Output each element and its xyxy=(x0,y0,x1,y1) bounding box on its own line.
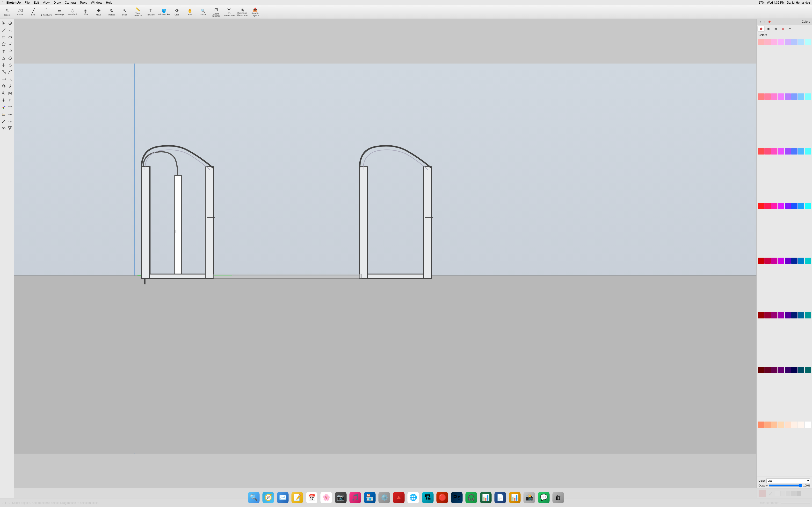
tool-rect-label: Rectangle xyxy=(55,13,64,16)
rectangle-icon xyxy=(58,8,61,13)
menu-edit[interactable]: Edit xyxy=(34,1,39,4)
tool-zoom[interactable]: Zoom xyxy=(197,6,209,18)
sidebar-paint[interactable] xyxy=(7,20,13,26)
tool-offset[interactable]: Offset xyxy=(79,6,92,18)
svg-rect-42 xyxy=(9,128,11,130)
menu-items: File Edit View Draw Camera Tools Window … xyxy=(24,1,112,4)
tool-pushpull[interactable]: Push/Pull xyxy=(66,6,79,18)
sidebar-zoom2[interactable] xyxy=(0,90,7,97)
sidebar-rotate[interactable] xyxy=(7,62,13,68)
tool-pan[interactable]: Pan xyxy=(184,6,196,18)
sidebar-intersect[interactable] xyxy=(0,97,7,104)
sidebar-move[interactable] xyxy=(0,62,7,68)
tool-select[interactable]: Select xyxy=(1,6,13,18)
sidebar-eyedrop[interactable] xyxy=(0,118,7,125)
eyedrop-icon xyxy=(1,119,6,123)
sidebar-pair-8 xyxy=(0,69,13,75)
tool-zoomext-label: Zoom Extents xyxy=(210,13,222,17)
intersect-icon xyxy=(1,98,6,102)
sidebar-rect[interactable] xyxy=(0,34,7,41)
sidebar-text[interactable]: T xyxy=(7,97,13,104)
canvas-area[interactable] xyxy=(14,19,406,253)
menu-window[interactable]: Window xyxy=(91,1,102,4)
tool-zoom-label: Zoom xyxy=(200,13,206,16)
tool-paint[interactable]: Paint Bucket xyxy=(158,6,170,18)
app-name[interactable]: SketchUp xyxy=(6,1,21,4)
paint-tool-icon xyxy=(8,21,12,25)
sidebar-polygon[interactable] xyxy=(0,41,7,48)
tool-arc[interactable]: 2 Point Arc xyxy=(40,6,53,18)
sidebar-walkin[interactable] xyxy=(7,83,13,90)
svg-rect-40 xyxy=(8,126,10,128)
select-icon xyxy=(5,8,9,13)
svg-line-2 xyxy=(2,29,5,32)
freehand-tool-icon xyxy=(8,42,12,46)
sidebar-arc3[interactable] xyxy=(0,48,7,55)
svg-point-18 xyxy=(3,84,5,88)
tool-scale[interactable]: Scale xyxy=(118,6,131,18)
tool-layout[interactable]: Send to LayOut xyxy=(249,6,261,18)
sidebar-freehand[interactable] xyxy=(7,41,13,48)
sidebar-axes[interactable] xyxy=(0,104,7,111)
view-icon xyxy=(1,126,6,130)
tool-3dw-label: 3D Warehouse xyxy=(223,12,236,17)
sidebar-pair-5 xyxy=(0,48,13,55)
text-sidebar-icon: T xyxy=(8,98,12,102)
tool-move[interactable]: Move xyxy=(92,6,105,18)
sidebar-sandbox[interactable] xyxy=(7,111,13,118)
sidebar-fieldofview[interactable] xyxy=(7,90,13,97)
sidebar-group[interactable] xyxy=(7,125,13,131)
sidebar-followme[interactable] xyxy=(7,69,13,75)
tool-line[interactable]: Line xyxy=(27,6,40,18)
paint-icon xyxy=(161,8,166,13)
tool-zoomext[interactable]: Zoom Extents xyxy=(210,6,222,18)
sidebar-select[interactable] xyxy=(0,20,7,26)
tool-tape[interactable]: Tape Measure xyxy=(132,6,144,18)
tool-3dw[interactable]: 3D Warehouse xyxy=(223,6,236,18)
tool-rotate[interactable]: Rotate xyxy=(105,6,118,18)
sidebar-pair-1 xyxy=(0,20,13,26)
shape2-icon xyxy=(8,56,12,60)
sidebar-scale[interactable] xyxy=(0,69,7,75)
piecut-tool-icon xyxy=(8,49,12,53)
sidebar-shape2[interactable] xyxy=(7,55,13,62)
menu-tools[interactable]: Tools xyxy=(80,1,87,4)
fov-icon xyxy=(8,91,12,95)
menu-draw[interactable]: Draw xyxy=(53,1,61,4)
sidebar-arc2[interactable] xyxy=(7,27,13,34)
tool-pushpull-label: Push/Pull xyxy=(68,13,77,16)
sidebar-line[interactable] xyxy=(0,27,7,34)
polygon-tool-icon xyxy=(1,42,6,46)
sidebar-view[interactable] xyxy=(0,125,7,131)
sidebar-piecut[interactable] xyxy=(7,48,13,55)
shape1-icon xyxy=(1,56,6,60)
sidebar-sections[interactable] xyxy=(0,111,7,118)
tool-eraser[interactable]: Eraser xyxy=(14,6,27,18)
select-tool-icon xyxy=(1,21,6,25)
menu-help[interactable]: Help xyxy=(106,1,112,4)
line-tool-icon xyxy=(1,28,6,32)
tool-extw-label: Extension Warehouse xyxy=(236,12,248,16)
tool-orbit[interactable]: Orbit xyxy=(170,6,183,18)
sidebar-protractor[interactable] xyxy=(7,76,13,82)
menu-view[interactable]: View xyxy=(43,1,50,4)
sidebar-pair-4 xyxy=(0,41,13,48)
tool-text[interactable]: Text Tool xyxy=(145,6,157,18)
sidebar-pair-15 xyxy=(0,118,13,125)
sidebar-tape[interactable] xyxy=(0,76,7,82)
sidebar-dimension[interactable] xyxy=(7,104,13,111)
menu-file[interactable]: File xyxy=(24,1,30,4)
tool-extw[interactable]: Extension Warehouse xyxy=(236,6,248,18)
scale-icon xyxy=(123,8,126,13)
sidebar-shape1[interactable] xyxy=(0,55,7,62)
apple-menu[interactable]:  xyxy=(2,0,3,5)
sidebar-advanced[interactable] xyxy=(7,118,13,125)
move-icon xyxy=(97,8,101,13)
main-canvas[interactable] xyxy=(14,19,406,253)
svg-marker-5 xyxy=(2,43,5,46)
menu-camera[interactable]: Camera xyxy=(64,1,75,4)
sidebar-circle[interactable] xyxy=(7,34,13,41)
tool-rectangle[interactable]: Rectangle xyxy=(53,6,66,18)
sidebar-orbit[interactable] xyxy=(0,83,7,90)
3dw-icon xyxy=(227,7,231,12)
